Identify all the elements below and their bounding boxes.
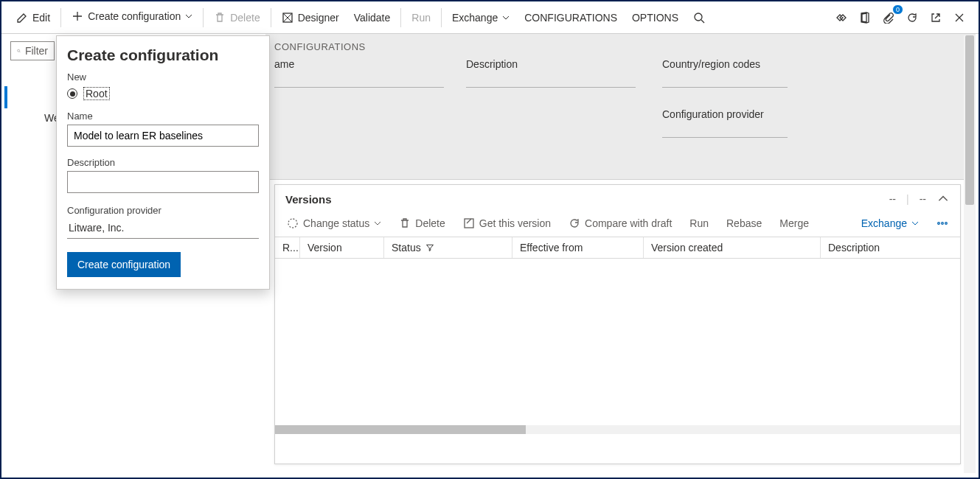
- rebase-button[interactable]: Rebase: [719, 213, 769, 234]
- validate-button[interactable]: Validate: [347, 7, 398, 28]
- search-icon: [17, 45, 21, 57]
- details-section-title: CONFIGURATIONS: [265, 34, 976, 58]
- name-input[interactable]: [67, 125, 259, 147]
- diamond-icon: [835, 12, 847, 24]
- chevron-down-icon: [911, 220, 919, 227]
- get-version-button[interactable]: Get this version: [456, 213, 558, 234]
- attachment-count-badge: 0: [892, 4, 903, 15]
- trash-icon: [214, 12, 226, 24]
- close-icon: [953, 12, 965, 24]
- root-radio-label: Root: [83, 87, 110, 100]
- refresh-icon: [906, 12, 918, 24]
- versions-more-button[interactable]: [929, 213, 956, 234]
- create-configuration-button[interactable]: Create configuration: [64, 6, 200, 29]
- versions-panel: Versions -- | -- Change status Delete Ge…: [274, 184, 961, 464]
- attachments-button[interactable]: 0: [877, 7, 900, 28]
- plus-icon: [72, 10, 83, 22]
- provider-field[interactable]: Litware, Inc.: [67, 219, 259, 239]
- options-tab[interactable]: OPTIONS: [625, 7, 686, 28]
- designer-label: Designer: [298, 12, 339, 24]
- options-label: OPTIONS: [632, 12, 678, 24]
- merge-button[interactable]: Merge: [772, 213, 816, 234]
- popup-title: Create configuration: [67, 46, 259, 64]
- col-r[interactable]: R...: [275, 237, 300, 258]
- svg-point-2: [18, 49, 20, 52]
- popout-icon: [930, 12, 942, 24]
- configurations-details-pane: CONFIGURATIONS ame Description Country/r…: [265, 34, 976, 180]
- versions-grid-body: [275, 259, 960, 425]
- separator: [60, 8, 61, 27]
- search-button[interactable]: [686, 7, 712, 28]
- col-status[interactable]: Status: [384, 237, 512, 258]
- refresh-button[interactable]: [900, 7, 924, 28]
- designer-button[interactable]: Designer: [274, 7, 347, 28]
- versions-delete-button[interactable]: Delete: [392, 213, 452, 234]
- chevron-down-icon: [374, 220, 381, 227]
- col-description[interactable]: Description: [821, 237, 960, 258]
- versions-run-button[interactable]: Run: [682, 213, 716, 234]
- create-configuration-popup: Create configuration New Root Name Descr…: [56, 35, 270, 290]
- cycle-icon: [287, 217, 299, 229]
- root-radio[interactable]: Root: [67, 87, 259, 100]
- details-country-field[interactable]: [662, 74, 788, 88]
- details-description-label: Description: [466, 58, 636, 70]
- configurations-tab[interactable]: CONFIGURATIONS: [517, 7, 625, 28]
- separator: [203, 8, 204, 27]
- exchange-button[interactable]: Exchange: [445, 7, 517, 28]
- versions-grid-header: R... Version Status Effective from Versi…: [275, 237, 960, 259]
- name-field-label: Name: [67, 111, 259, 122]
- svg-point-3: [288, 219, 297, 228]
- svg-point-5: [938, 223, 940, 225]
- svg-point-7: [945, 223, 948, 225]
- details-provider-field[interactable]: [662, 125, 788, 138]
- provider-field-label: Configuration provider: [67, 205, 259, 216]
- chevron-down-icon: [502, 14, 510, 21]
- details-name-label: ame: [274, 58, 444, 70]
- col-created[interactable]: Version created: [644, 237, 821, 258]
- horizontal-scrollbar[interactable]: [275, 425, 960, 434]
- separator: [400, 8, 401, 27]
- filter-input[interactable]: Filter: [10, 41, 55, 60]
- office-icon: [859, 12, 871, 24]
- chevron-down-icon: [185, 13, 192, 20]
- svg-rect-4: [465, 219, 473, 228]
- delete-label: Delete: [230, 12, 260, 24]
- details-name-field[interactable]: [274, 74, 444, 88]
- popout-button[interactable]: [924, 7, 948, 28]
- delete-button[interactable]: Delete: [206, 7, 267, 28]
- versions-title: Versions: [285, 193, 332, 206]
- details-description-field[interactable]: [466, 74, 636, 88]
- versions-exchange-button[interactable]: Exchange: [854, 213, 926, 234]
- office-button[interactable]: [853, 7, 877, 28]
- col-version[interactable]: Version: [300, 237, 384, 258]
- close-button[interactable]: [948, 7, 971, 28]
- col-effective[interactable]: Effective from: [512, 237, 644, 258]
- create-configuration-submit[interactable]: Create configuration: [67, 252, 181, 277]
- separator: [271, 8, 271, 27]
- edit-button[interactable]: Edit: [9, 7, 58, 28]
- description-field-label: Description: [67, 157, 259, 168]
- details-provider-label: Configuration provider: [662, 108, 788, 120]
- search-icon: [693, 12, 705, 24]
- command-bar: Edit Create configuration Delete Designe…: [1, 1, 979, 34]
- paperclip-icon: [883, 12, 894, 24]
- filter-icon[interactable]: [425, 243, 434, 252]
- edit-label: Edit: [32, 12, 50, 24]
- designer-icon: [282, 12, 293, 24]
- chevron-up-icon[interactable]: [936, 192, 950, 206]
- create-config-label: Create configuration: [88, 10, 181, 22]
- svg-point-6: [942, 223, 944, 225]
- trash-icon: [399, 217, 411, 229]
- versions-dash2: --: [920, 193, 926, 205]
- run-button[interactable]: Run: [404, 7, 438, 28]
- description-input[interactable]: [67, 171, 259, 193]
- connector-button[interactable]: [830, 7, 853, 28]
- selection-indicator: [4, 86, 7, 108]
- radio-icon: [67, 88, 77, 99]
- versions-dash1: --: [889, 193, 896, 205]
- change-status-button[interactable]: Change status: [279, 213, 389, 234]
- details-country-label: Country/region codes: [662, 58, 788, 70]
- vertical-scrollbar[interactable]: [964, 35, 976, 473]
- compare-draft-button[interactable]: Compare with draft: [561, 213, 679, 234]
- validate-label: Validate: [354, 12, 391, 24]
